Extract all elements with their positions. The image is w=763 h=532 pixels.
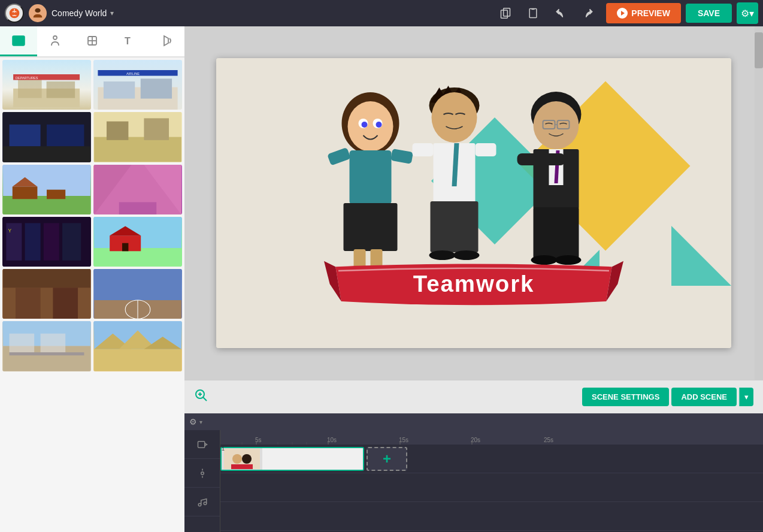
svg-rect-81: [344, 203, 398, 251]
add-scene-button[interactable]: ADD SCENE: [671, 388, 737, 406]
svg-rect-30: [107, 122, 128, 140]
toolbar-icons: [492, 0, 601, 26]
user-avatar: [29, 4, 47, 22]
svg-line-112: [203, 397, 207, 401]
chevron-down-icon: ▾: [110, 9, 114, 17]
svg-rect-115: [198, 441, 204, 448]
svg-rect-5: [501, 10, 508, 18]
svg-rect-44: [44, 223, 59, 260]
bg-stable[interactable]: [2, 269, 91, 319]
svg-point-75: [348, 101, 393, 152]
paste-button[interactable]: [520, 0, 546, 26]
svg-rect-94: [413, 143, 434, 156]
svg-marker-116: [204, 443, 207, 446]
svg-point-120: [198, 503, 201, 506]
bg-cartoon-interior[interactable]: [93, 112, 182, 162]
vertical-scrollbar[interactable]: [755, 26, 763, 380]
panel-tabs: T: [0, 26, 184, 58]
preview-button[interactable]: PREVIEW: [606, 3, 681, 23]
bg-basketball[interactable]: [93, 269, 182, 319]
bg-desert-mountains[interactable]: [93, 321, 182, 371]
svg-point-117: [201, 471, 204, 474]
scene-clip-1[interactable]: [220, 447, 364, 471]
bg-gym[interactable]: [2, 321, 91, 371]
bg-farm[interactable]: [2, 165, 91, 214]
svg-rect-62: [10, 352, 84, 355]
tab-backgrounds[interactable]: [0, 26, 37, 56]
undo-button[interactable]: [547, 0, 574, 26]
svg-rect-64: [41, 334, 66, 352]
svg-rect-53: [3, 269, 90, 288]
tab-characters[interactable]: [37, 26, 74, 56]
svg-rect-54: [16, 288, 41, 319]
svg-rect-43: [25, 223, 41, 260]
zoom-in-button[interactable]: [194, 388, 208, 406]
bg-airport[interactable]: DEPARTURES: [2, 60, 91, 110]
svg-point-131: [232, 454, 242, 464]
svg-rect-34: [13, 186, 38, 199]
svg-rect-51: [122, 243, 128, 251]
timeline-settings[interactable]: ⚙ ▾: [189, 417, 202, 427]
bg-office-dark[interactable]: [2, 112, 91, 162]
tab-props[interactable]: [74, 26, 111, 56]
audio-lane: [220, 473, 763, 502]
stage[interactable]: Teamwork: [216, 58, 731, 348]
svg-rect-4: [504, 8, 510, 16]
svg-rect-25: [10, 125, 41, 146]
svg-rect-82: [327, 147, 351, 166]
svg-rect-7: [13, 36, 25, 46]
svg-rect-20: [104, 81, 135, 99]
svg-text:Y: Y: [8, 228, 11, 234]
preview-label: PREVIEW: [631, 8, 670, 18]
project-title: Comedy World: [52, 8, 107, 18]
svg-rect-80: [350, 150, 392, 204]
svg-text:DEPARTURES: DEPARTURES: [16, 76, 38, 80]
svg-text:Teamwork: Teamwork: [413, 270, 535, 296]
tab-audio[interactable]: [147, 26, 184, 56]
bg-arcade[interactable]: Y: [2, 217, 91, 267]
svg-rect-27: [3, 146, 90, 162]
tab-text[interactable]: T: [111, 26, 148, 56]
timeline-ruler-area: 5s 10s 15s 20s 25s: [220, 430, 763, 532]
add-scene-clip[interactable]: +: [367, 447, 407, 471]
logo-button[interactable]: [5, 4, 24, 23]
save-button[interactable]: SAVE: [686, 4, 732, 23]
timeline-ruler: 5s 10s 15s 20s 25s: [220, 430, 763, 445]
svg-point-79: [376, 122, 382, 128]
svg-rect-107: [534, 207, 579, 258]
canvas-bottom-bar: SCENE SETTINGS ADD SCENE ▾: [184, 380, 763, 413]
clip-thumbnail: [222, 448, 262, 470]
svg-text:T: T: [125, 36, 131, 46]
svg-rect-21: [141, 78, 172, 98]
bg-pink-stage[interactable]: [93, 165, 182, 214]
svg-point-99: [534, 101, 579, 149]
video-track-icon: [184, 430, 220, 459]
clip-main-body: [262, 448, 363, 470]
svg-rect-63: [10, 334, 35, 352]
scene-settings-button[interactable]: SCENE SETTINGS: [582, 388, 669, 406]
timeline: ⚙ ▾: [184, 413, 763, 532]
music-track-icon: [184, 488, 220, 516]
svg-rect-6: [529, 9, 537, 18]
redo-button[interactable]: [575, 0, 601, 26]
bg-airline-counter[interactable]: AIRLINE: [93, 60, 182, 110]
video-lane: 1: [220, 445, 763, 473]
bg-red-barn[interactable]: [93, 217, 182, 267]
left-panel: T DEPARTURES: [0, 26, 184, 532]
svg-point-121: [204, 502, 207, 505]
svg-point-90: [432, 92, 477, 143]
settings-button[interactable]: ⚙▾: [737, 2, 758, 24]
scene-action-buttons: SCENE SETTINGS ADD SCENE ▾: [582, 388, 753, 406]
svg-rect-69: [94, 349, 181, 371]
svg-rect-31: [144, 119, 169, 140]
svg-marker-72: [671, 226, 731, 286]
svg-point-78: [362, 122, 368, 128]
timeline-lanes: 1: [220, 445, 763, 532]
svg-rect-95: [476, 143, 496, 156]
copy-button[interactable]: [492, 0, 519, 26]
svg-rect-55: [53, 288, 78, 319]
svg-rect-106: [517, 153, 565, 165]
project-info[interactable]: Comedy World ▾: [52, 8, 114, 18]
add-scene-dropdown-button[interactable]: ▾: [739, 388, 753, 406]
svg-rect-40: [119, 202, 156, 214]
